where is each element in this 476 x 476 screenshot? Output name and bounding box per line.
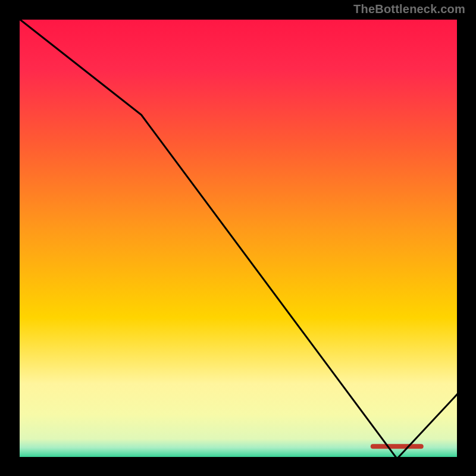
marker-band (371, 444, 424, 449)
chart-svg (0, 0, 476, 476)
plot-background (18, 18, 459, 459)
chart-container: TheBottleneck.com (0, 0, 476, 476)
